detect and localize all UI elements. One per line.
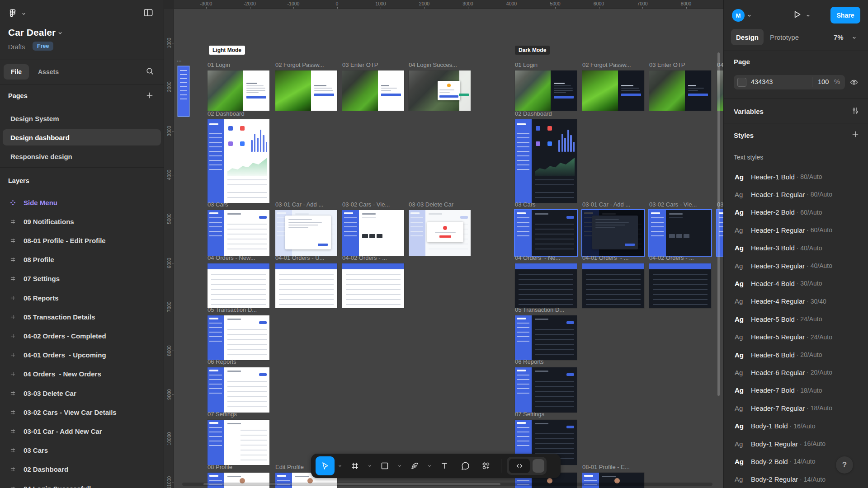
frame-label[interactable]: 04 Orders - Ne... — [515, 254, 560, 262]
layer-item-07-settings[interactable]: 07 Settings — [0, 271, 164, 286]
comment-tool[interactable] — [456, 456, 475, 475]
shape-tool-chevron-icon[interactable] — [396, 456, 403, 475]
frame-label[interactable]: 03 Cars — [515, 201, 536, 208]
frame-label[interactable]: 02 Forgot Passw... — [275, 61, 324, 69]
file-menu-chevron-icon[interactable] — [22, 12, 26, 16]
canvas-frame[interactable] — [515, 263, 577, 308]
layer-item-04-02-orders-completed[interactable]: 04-02 Orders - Completed — [0, 328, 164, 343]
frame-label[interactable]: 03-01 Car - Add ... — [275, 201, 323, 208]
canvas-frame[interactable] — [515, 119, 577, 203]
design-canvas[interactable]: -3000-2000-10000100020003000400050006000… — [164, 0, 723, 488]
frame-label[interactable]: 04-02 Orders - ... — [342, 254, 387, 262]
frame-label[interactable]: 06 Reports — [515, 358, 544, 366]
avatar[interactable]: M — [732, 9, 745, 22]
canvas-frame[interactable] — [649, 263, 711, 308]
canvas-frame[interactable] — [515, 315, 577, 360]
layer-item-06-reports[interactable]: 06 Reports — [0, 290, 164, 305]
text-style-row[interactable]: AgBody-1 Regular · 16/Auto — [724, 437, 868, 450]
text-style-row[interactable]: AgHeader-2 Bold · 60/Auto — [724, 206, 868, 219]
frame-label[interactable]: 03 Enter OTP — [342, 61, 378, 69]
pen-tool-chevron-icon[interactable] — [426, 456, 433, 475]
frame-label[interactable]: 03-01 Car - Add ... — [582, 201, 630, 208]
zoom-chevron-icon[interactable] — [852, 36, 856, 40]
frame-label[interactable]: 01 Login — [208, 61, 230, 69]
page-color-field[interactable]: 434343 100 % — [734, 75, 845, 89]
search-icon[interactable] — [146, 67, 154, 75]
text-style-row[interactable]: AgHeader-5 Bold · 24/Auto — [724, 312, 868, 326]
layer-item-08-profile[interactable]: 08 Profile — [0, 252, 164, 267]
canvas-frame[interactable] — [208, 119, 269, 203]
frame-label[interactable]: 05 Transaction D... — [208, 306, 257, 314]
section-badge-light[interactable]: Light Mode — [209, 46, 245, 55]
canvas-frame[interactable] — [649, 70, 711, 111]
page-opacity-value[interactable]: 100 — [818, 78, 829, 85]
text-style-row[interactable]: AgBody-1 Bold · 16/Auto — [724, 419, 868, 433]
text-style-row[interactable]: AgHeader-1 Bold · 80/Auto — [724, 170, 868, 183]
help-button[interactable]: ? — [836, 456, 853, 474]
pen-tool[interactable] — [405, 456, 424, 475]
layer-item-04-orders-new-orders[interactable]: 04 Orders - New Orders — [0, 366, 164, 382]
layer-item-04-login-successfull[interactable]: 04 Login Successfull — [0, 481, 164, 488]
text-style-row[interactable]: AgHeader-4 Regular · 30/40 — [724, 295, 868, 308]
layer-item-03-03-delete-car[interactable]: 03-03 Delete Car — [0, 385, 164, 401]
figma-logo-icon[interactable] — [7, 8, 18, 19]
variables-sliders-icon[interactable] — [851, 107, 859, 115]
text-style-row[interactable]: AgHeader-5 Regular · 24/Auto — [724, 330, 868, 344]
canvas-frame[interactable] — [342, 70, 404, 111]
vertical-scrollbar[interactable] — [717, 52, 720, 396]
canvas-frame[interactable] — [649, 210, 711, 256]
tab-prototype[interactable]: Prototype — [770, 33, 799, 41]
layer-item-02-dashboard[interactable]: 02 Dashboard — [0, 462, 164, 477]
text-style-row[interactable]: AgHeader-6 Regular · 20/Auto — [724, 366, 868, 379]
frame-label[interactable]: 03-02 Cars - Vie... — [342, 201, 390, 208]
file-name-chevron-icon[interactable] — [58, 31, 62, 35]
canvas-frame[interactable] — [275, 70, 337, 111]
frame-label[interactable]: 03-02 Cars - Vie... — [649, 201, 697, 208]
horizontal-scrollbar[interactable] — [182, 483, 712, 486]
text-tool[interactable] — [435, 456, 454, 475]
canvas-frame[interactable] — [582, 210, 644, 256]
frame-label[interactable]: 02 Dashboard — [208, 110, 245, 117]
canvas-frame[interactable] — [208, 263, 269, 308]
selected-component-label[interactable]: ... — [177, 56, 182, 63]
frame-label[interactable]: 04-01 Orders - ... — [582, 254, 629, 262]
visibility-eye-icon[interactable] — [849, 78, 859, 87]
frame-label[interactable]: 04 Orders - New... — [208, 254, 255, 262]
present-chevron-icon[interactable] — [806, 14, 810, 18]
canvas-frame[interactable] — [409, 70, 471, 111]
text-style-row[interactable]: AgHeader-1 Regular · 80/Auto — [724, 188, 868, 201]
tab-design[interactable]: Design — [731, 29, 764, 45]
zoom-level[interactable]: 7% — [834, 33, 844, 41]
page-item[interactable]: Design dashboard — [3, 129, 161, 145]
add-page-icon[interactable] — [146, 91, 154, 99]
canvas-frame[interactable] — [208, 70, 269, 111]
text-style-row[interactable]: AgHeader-4 Bold · 30/Auto — [724, 277, 868, 290]
add-style-icon[interactable] — [851, 130, 859, 138]
canvas-frame[interactable] — [342, 263, 404, 308]
frame-label[interactable]: 04-02 Orders - ... — [649, 254, 694, 262]
canvas-frame[interactable] — [275, 263, 337, 308]
frame-label[interactable]: 02 Forgot Passw... — [582, 61, 631, 69]
canvas-frame[interactable] — [582, 263, 644, 308]
frame-label[interactable]: 05 Transaction D... — [515, 306, 564, 314]
text-style-row[interactable]: AgHeader-7 Bold · 18/Auto — [724, 384, 868, 397]
section-badge-dark[interactable]: Dark Mode — [515, 46, 550, 55]
file-name[interactable]: Car Dealer — [8, 27, 56, 38]
page-item[interactable]: Responsive design — [3, 148, 161, 164]
share-button[interactable]: Share — [830, 7, 860, 23]
frame-label[interactable]: 03 Cars — [208, 201, 228, 208]
canvas-frame[interactable] — [208, 315, 269, 360]
layer-item-03-cars[interactable]: 03 Cars — [0, 443, 164, 458]
dev-mode-toggle[interactable] — [507, 457, 547, 475]
collapse-panel-icon[interactable] — [143, 7, 154, 18]
canvas-frame[interactable] — [342, 210, 404, 256]
frame-tool[interactable] — [345, 456, 364, 475]
frame-label[interactable]: 07 Settings — [208, 410, 237, 418]
layer-item-08-01-profile-edit-profile[interactable]: 08-01 Profile - Edit Profile — [0, 233, 164, 248]
present-play-icon[interactable] — [792, 9, 802, 20]
actions-tool[interactable] — [476, 456, 495, 475]
file-location[interactable]: Drafts — [8, 43, 25, 51]
tab-assets[interactable]: Assets — [38, 68, 59, 75]
frame-label[interactable]: 03 Enter OTP — [649, 61, 685, 69]
layer-item-05-transaction-details[interactable]: 05 Transaction Details — [0, 309, 164, 324]
